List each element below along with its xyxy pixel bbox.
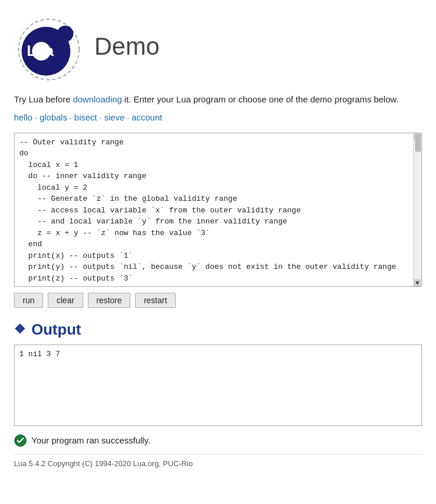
scrollbar-down-arrow[interactable]: ▼ xyxy=(414,279,421,286)
copyright-text: Lua 5.4.2 Copyright (C) 1994-2020 Lua.or… xyxy=(14,459,193,468)
scrollbar-thumb[interactable] xyxy=(415,134,421,152)
svg-point-3 xyxy=(57,26,73,42)
lua-logo: Lua xyxy=(14,12,84,81)
clear-button[interactable]: clear xyxy=(48,293,83,308)
nav-links: hello·globals·bisect·sieve·account xyxy=(14,112,422,122)
success-icon xyxy=(14,434,27,447)
restore-button[interactable]: restore xyxy=(88,293,131,308)
success-message: Your program ran successfully. xyxy=(31,435,150,445)
restart-button[interactable]: restart xyxy=(135,293,176,308)
nav-sep-2: · xyxy=(69,112,72,122)
downloading-link[interactable]: downloading xyxy=(73,94,122,104)
nav-bisect[interactable]: bisect xyxy=(75,112,97,122)
nav-sieve[interactable]: sieve xyxy=(104,112,125,122)
output-title: Output xyxy=(31,321,81,339)
scrollbar[interactable]: ▲ ▼ xyxy=(413,133,421,286)
code-editor[interactable] xyxy=(15,133,421,285)
success-bar: Your program ran successfully. xyxy=(14,434,422,447)
page-title: Demo xyxy=(94,33,159,61)
intro-text-after: it. Enter your Lua program or choose one… xyxy=(122,94,398,104)
output-diamond-icon: ❖ xyxy=(14,322,26,337)
nav-sep-1: · xyxy=(35,112,37,122)
output-box: 1 nil 3 7 xyxy=(14,345,422,426)
svg-text:Lua: Lua xyxy=(27,42,54,59)
nav-account[interactable]: account xyxy=(132,112,162,122)
button-row: run clear restore restart xyxy=(14,293,422,308)
header: Lua Demo xyxy=(14,12,422,81)
code-editor-wrap: ▲ ▼ xyxy=(14,133,422,287)
output-heading: ❖ Output xyxy=(14,321,422,339)
intro-paragraph: Try Lua before downloading it. Enter you… xyxy=(14,93,422,107)
nav-hello[interactable]: hello xyxy=(14,112,33,122)
footer: Lua 5.4.2 Copyright (C) 1994-2020 Lua.or… xyxy=(14,454,422,468)
run-button[interactable]: run xyxy=(14,293,43,308)
nav-sep-4: · xyxy=(127,112,129,122)
nav-sep-3: · xyxy=(100,112,102,122)
intro-text-before: Try Lua before xyxy=(14,94,73,104)
nav-globals[interactable]: globals xyxy=(40,112,68,122)
